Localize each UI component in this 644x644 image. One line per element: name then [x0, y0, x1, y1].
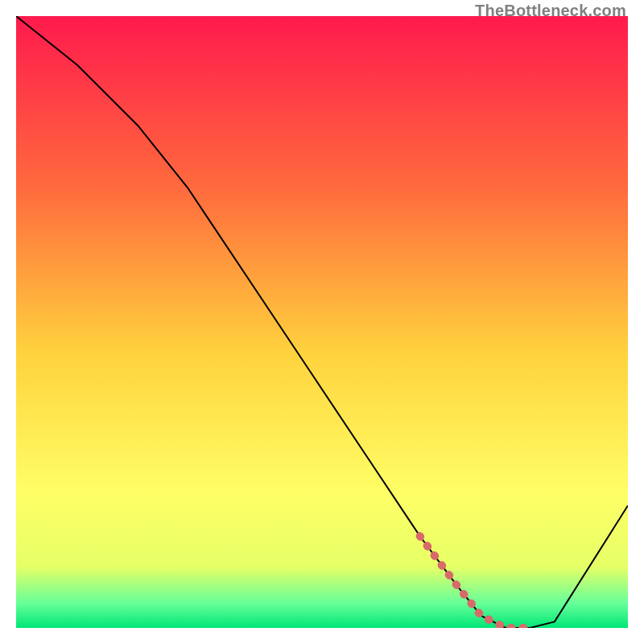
plot-area	[16, 16, 628, 628]
bottleneck-chart: TheBottleneck.com	[0, 0, 644, 644]
bottleneck-curve	[16, 16, 628, 628]
optimal-region-highlight	[420, 536, 530, 628]
curve-layer	[16, 16, 628, 628]
